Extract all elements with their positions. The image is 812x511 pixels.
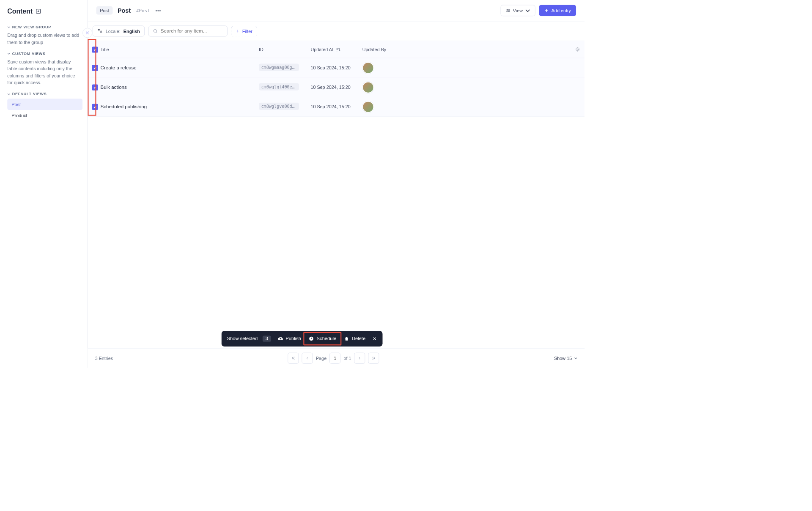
sliders-icon	[506, 8, 511, 13]
row-title: Create a release	[101, 65, 259, 71]
table-settings-button[interactable]	[566, 47, 581, 52]
page-last-button[interactable]	[368, 353, 379, 364]
filter-row: Locale: English Filter	[88, 21, 584, 41]
bulk-schedule-button[interactable]: Schedule	[304, 332, 342, 346]
group-header-new[interactable]: NEW VIEW GROUP	[7, 25, 82, 29]
sidebar-title: Content	[7, 7, 33, 15]
row-checkbox[interactable]	[92, 84, 100, 90]
group-label: NEW VIEW GROUP	[12, 25, 51, 29]
gear-icon	[575, 47, 580, 52]
row-id: cm0wglgve00di0…	[259, 103, 310, 111]
clock-icon	[309, 336, 314, 341]
locale-value: English	[123, 28, 140, 33]
caret-down-icon	[7, 52, 10, 55]
add-entry-button[interactable]: Add entry	[539, 5, 576, 16]
page-first-button[interactable]	[288, 353, 299, 364]
page-next-button[interactable]	[354, 353, 365, 364]
row-title: Scheduled publishing	[101, 104, 259, 110]
row-updated-by	[362, 62, 566, 74]
plus-icon	[236, 29, 240, 33]
chevrons-right-icon	[371, 356, 376, 361]
row-checkbox[interactable]	[92, 65, 100, 71]
filter-button-label: Filter	[242, 28, 252, 33]
row-updated-at: 10 Sep 2024, 15:20	[310, 104, 362, 109]
sidebar-header: Content	[7, 7, 82, 15]
add-entry-label: Add entry	[551, 8, 571, 13]
bulk-close-button[interactable]	[372, 336, 377, 341]
table-header: Title ID Updated At Updated By	[88, 41, 584, 58]
group-header-custom[interactable]: CUSTOM VIEWS	[7, 51, 82, 55]
topbar: Post Post #Post ••• View Add entry	[88, 0, 584, 21]
entries-count: 3 Entries	[95, 356, 113, 361]
col-id[interactable]: ID	[259, 47, 310, 52]
row-updated-by	[362, 82, 566, 93]
bulk-delete-button[interactable]: Delete	[344, 336, 365, 341]
default-views-list: Post Product	[7, 99, 82, 121]
group-header-default[interactable]: DEFAULT VIEWS	[7, 92, 82, 96]
collapse-sidebar-button[interactable]	[82, 28, 92, 38]
page-hash: #Post	[136, 8, 150, 13]
add-view-icon[interactable]	[36, 8, 41, 14]
col-updated-by[interactable]: Updated By	[362, 47, 566, 52]
sidebar: Content NEW VIEW GROUP Drag and drop cus…	[0, 0, 88, 368]
row-updated-by	[362, 101, 566, 113]
page-of-label: of 1	[343, 356, 351, 361]
sort-desc-icon	[336, 47, 341, 52]
chevron-down-icon	[525, 8, 530, 13]
page-size-select[interactable]: Show 15	[554, 356, 577, 361]
caret-down-icon	[7, 25, 10, 28]
trash-icon	[344, 336, 349, 341]
select-all-checkbox[interactable]	[92, 47, 100, 52]
sidebar-item-product[interactable]: Product	[7, 110, 82, 121]
search-icon	[153, 28, 157, 34]
pagination-footer: 3 Entries Page of 1 Show 15	[88, 348, 584, 368]
page-title: Post	[118, 7, 131, 14]
page-label: Page	[316, 356, 326, 361]
group-label: DEFAULT VIEWS	[12, 92, 47, 96]
view-button-label: View	[513, 8, 523, 13]
avatar	[362, 101, 374, 113]
row-updated-at: 10 Sep 2024, 15:20	[310, 85, 362, 90]
caret-down-icon	[7, 93, 10, 96]
locale-label: Locale:	[106, 28, 121, 33]
chevron-left-icon	[305, 356, 310, 360]
cloud-upload-icon	[278, 336, 283, 341]
table-row[interactable]: Create a release cm0wgmaag00g30… 10 Sep …	[88, 58, 584, 78]
breadcrumb-pill[interactable]: Post	[96, 6, 113, 14]
avatar	[362, 62, 374, 74]
page-prev-button[interactable]	[302, 353, 313, 364]
locale-selector[interactable]: Locale: English	[93, 25, 145, 36]
translate-icon	[97, 28, 103, 34]
view-button[interactable]: View	[500, 5, 535, 16]
row-updated-at: 10 Sep 2024, 15:20	[310, 65, 362, 70]
chevron-right-icon	[358, 356, 362, 360]
group-label: CUSTOM VIEWS	[12, 51, 46, 55]
table-row[interactable]: Bulk actions cm0wglqt400ec0… 10 Sep 2024…	[88, 78, 584, 97]
chevrons-left-icon	[291, 356, 296, 361]
row-id: cm0wglqt400ec0…	[259, 83, 310, 91]
row-checkbox[interactable]	[92, 104, 100, 110]
more-actions-button[interactable]: •••	[156, 8, 162, 13]
avatar	[362, 82, 374, 93]
bulk-action-bar: Show selected 3 Publish Schedule Delete	[222, 331, 383, 346]
row-id: cm0wgmaag00g30…	[259, 63, 310, 71]
add-filter-button[interactable]: Filter	[231, 26, 257, 36]
sidebar-item-post[interactable]: Post	[7, 99, 82, 110]
plus-icon	[544, 8, 549, 13]
page-input[interactable]	[329, 353, 340, 364]
svg-point-3	[154, 30, 156, 33]
search-input[interactable]	[161, 28, 223, 34]
svg-point-1	[509, 9, 510, 10]
row-title: Bulk actions	[101, 85, 259, 90]
group-desc-custom: Save custom views that display table con…	[7, 58, 82, 86]
table-row[interactable]: Scheduled publishing cm0wglgve00di0… 10 …	[88, 97, 584, 117]
close-icon	[372, 336, 377, 341]
group-desc-new: Drag and drop custom views to add them t…	[7, 32, 82, 46]
show-selected-button[interactable]: Show selected 3	[227, 335, 271, 341]
bulk-publish-button[interactable]: Publish	[278, 336, 301, 341]
caret-down-icon	[574, 357, 577, 360]
search-box[interactable]	[148, 25, 227, 36]
selected-count: 3	[263, 335, 271, 341]
col-title[interactable]: Title	[101, 47, 259, 52]
col-updated-at[interactable]: Updated At	[310, 47, 362, 52]
